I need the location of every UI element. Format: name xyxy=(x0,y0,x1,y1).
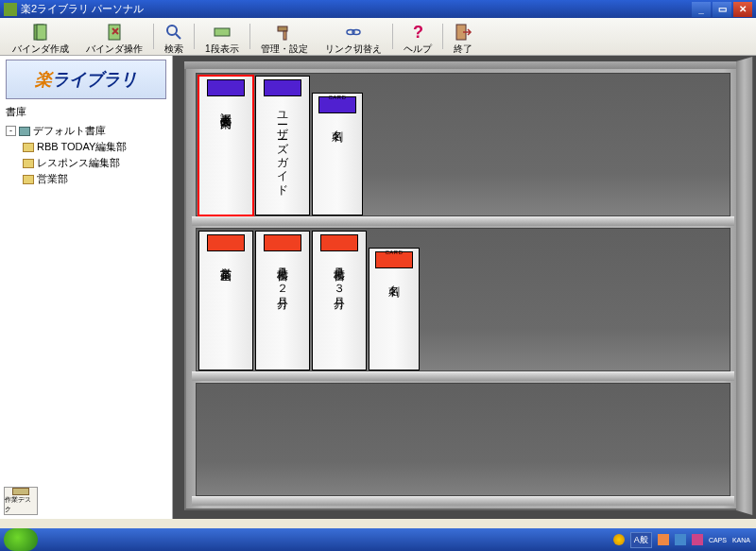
svg-point-9 xyxy=(352,30,360,35)
window-title: 楽2ライブラリ パーソナル xyxy=(21,2,144,16)
binder-title: 営業企画 xyxy=(219,255,232,263)
view-icon xyxy=(213,23,232,42)
close-button[interactable]: ✕ xyxy=(733,2,752,17)
exit-button[interactable]: 終了 xyxy=(445,20,481,53)
shelf-board xyxy=(192,371,734,381)
shelf-2: 営業企画 見積書‐２月分 見積書‐３月分 CARD名刺 xyxy=(196,228,730,371)
sidebar: 楽ライブラリ 書庫 -デフォルト書庫 RBB TODAY編集部 レスポンス編集部… xyxy=(0,56,173,519)
linkswitch-button[interactable]: リンク切替え xyxy=(317,20,390,53)
view-button[interactable]: 1段表示 xyxy=(197,20,248,53)
titlebar: 楽2ライブラリ パーソナル _ ▭ ✕ xyxy=(0,0,756,18)
cabinet-door xyxy=(736,57,752,515)
binder-tab xyxy=(207,234,245,251)
binder-tab xyxy=(320,234,358,251)
svg-rect-5 xyxy=(215,28,230,36)
toolbar: バインダ作成 バインダ操作 検索 1段表示 管理・設定 リンク切替え ? ヘルプ… xyxy=(0,18,756,56)
folder-icon xyxy=(23,143,34,152)
cabinet: 記者会見案内 ユーザーズガイド CARD名刺 営業企画 見積書‐２月分 見積書‐… xyxy=(184,61,742,510)
svg-rect-1 xyxy=(37,25,46,40)
warning-icon[interactable] xyxy=(613,534,625,545)
minimize-button[interactable]: _ xyxy=(692,2,711,17)
work-desk-button[interactable]: 作業デスク xyxy=(4,487,38,515)
tray-icon[interactable] xyxy=(692,534,703,545)
binder-title: 見積書‐２月分 xyxy=(276,255,289,290)
search-icon xyxy=(164,23,183,42)
system-tray: A般 CAPS KANA xyxy=(613,532,756,548)
binder-tab xyxy=(207,79,245,96)
binder[interactable]: 記者会見案内 xyxy=(198,76,253,215)
binder-title: 記者会見案内 xyxy=(219,100,232,110)
binder-create-button[interactable]: バインダ作成 xyxy=(4,20,77,53)
link-icon xyxy=(344,23,363,42)
svg-rect-7 xyxy=(284,31,286,40)
binder[interactable]: ユーザーズガイド xyxy=(255,76,310,215)
binder-title: 名刺 xyxy=(387,272,401,278)
tree-item[interactable]: レスポンス編集部 xyxy=(21,155,168,171)
app-icon xyxy=(4,3,17,16)
tree-root[interactable]: -デフォルト書庫 xyxy=(4,123,168,139)
binder-create-icon xyxy=(31,23,50,42)
folder-icon xyxy=(23,175,34,184)
binder[interactable]: 見積書‐２月分 xyxy=(255,231,310,370)
tray-icon[interactable] xyxy=(675,534,686,545)
binder[interactable]: 営業企画 xyxy=(198,231,253,370)
taskbar: A般 CAPS KANA xyxy=(0,528,756,551)
svg-text:?: ? xyxy=(413,23,423,42)
cabinet-icon xyxy=(19,127,30,136)
ime-mode[interactable]: A般 xyxy=(630,532,652,548)
tray-icon[interactable] xyxy=(658,534,669,545)
card-label: CARD xyxy=(385,250,403,255)
shelf-3 xyxy=(196,383,730,496)
hammer-icon xyxy=(275,23,294,42)
caps-indicator: CAPS xyxy=(709,537,727,543)
svg-rect-6 xyxy=(278,26,287,31)
kana-indicator: KANA xyxy=(732,537,750,543)
binder-card[interactable]: CARD名刺 xyxy=(312,93,363,215)
tree: -デフォルト書庫 RBB TODAY編集部 レスポンス編集部 営業部 xyxy=(0,121,172,483)
help-icon: ? xyxy=(408,23,427,42)
binder-tab xyxy=(264,234,301,251)
binder-operate-icon xyxy=(105,23,124,42)
binder[interactable]: 見積書‐３月分 xyxy=(312,231,367,370)
help-button[interactable]: ? ヘルプ xyxy=(395,20,440,53)
binder-title: 名刺 xyxy=(331,117,344,123)
tree-item[interactable]: RBB TODAY編集部 xyxy=(21,139,168,155)
binder-card[interactable]: CARD名刺 xyxy=(369,248,420,370)
settings-button[interactable]: 管理・設定 xyxy=(252,20,317,53)
svg-line-4 xyxy=(176,34,180,39)
binder-operate-button[interactable]: バインダ操作 xyxy=(77,20,151,53)
collapse-icon[interactable]: - xyxy=(6,126,16,136)
content-area: 記者会見案内 ユーザーズガイド CARD名刺 営業企画 見積書‐２月分 見積書‐… xyxy=(173,56,756,519)
shelf-1: 記者会見案内 ユーザーズガイド CARD名刺 xyxy=(196,73,730,216)
app-logo: 楽ライブラリ xyxy=(6,60,166,99)
svg-point-3 xyxy=(167,26,177,35)
binder-title: ユーザーズガイド xyxy=(276,100,289,191)
exit-icon xyxy=(454,23,472,42)
folder-icon xyxy=(23,159,34,168)
shelf-board xyxy=(192,496,734,506)
maximize-button[interactable]: ▭ xyxy=(713,2,731,17)
tree-header: 書庫 xyxy=(0,101,172,121)
search-button[interactable]: 検索 xyxy=(156,20,192,53)
tree-item[interactable]: 営業部 xyxy=(21,171,168,187)
shelf-board xyxy=(192,216,734,226)
binder-title: 見積書‐３月分 xyxy=(333,255,346,290)
card-label: CARD xyxy=(328,95,346,100)
start-button[interactable] xyxy=(4,528,38,551)
binder-tab xyxy=(264,79,301,96)
desk-icon xyxy=(12,488,29,495)
